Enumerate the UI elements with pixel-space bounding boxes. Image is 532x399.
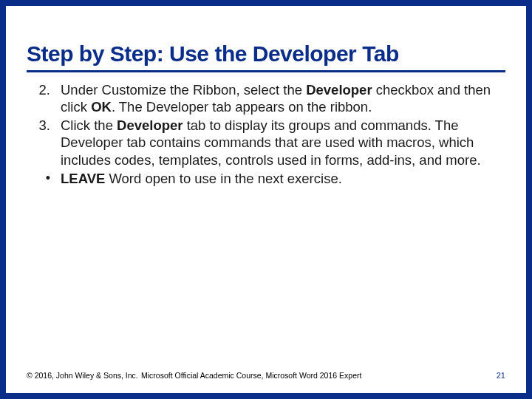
content-area: 2.Under Customize the Ribbon, select the…: [27, 81, 505, 371]
step-list: 2.Under Customize the Ribbon, select the…: [27, 81, 505, 187]
bullet-marker: •: [27, 170, 61, 187]
list-item: •LEAVE Word open to use in the next exer…: [27, 170, 505, 187]
page-title: Step by Step: Use the Developer Tab: [27, 41, 505, 72]
footer: © 2016, John Wiley & Sons, Inc. Microsof…: [27, 371, 505, 380]
list-item: 3.Click the Developer tab to display its…: [27, 117, 505, 168]
item-text: Click the Developer tab to display its g…: [61, 117, 505, 168]
footer-page-number: 21: [497, 371, 505, 380]
item-text: Under Customize the Ribbon, select the D…: [61, 81, 505, 115]
list-item: 2.Under Customize the Ribbon, select the…: [27, 81, 505, 115]
footer-copyright: © 2016, John Wiley & Sons, Inc.: [27, 371, 141, 380]
number-marker: 3.: [27, 117, 61, 168]
item-text: LEAVE Word open to use in the next exerc…: [61, 170, 505, 187]
footer-course: Microsoft Official Academic Course, Micr…: [141, 371, 497, 380]
slide-body: Step by Step: Use the Developer Tab 2.Un…: [6, 6, 526, 393]
number-marker: 2.: [27, 81, 61, 115]
